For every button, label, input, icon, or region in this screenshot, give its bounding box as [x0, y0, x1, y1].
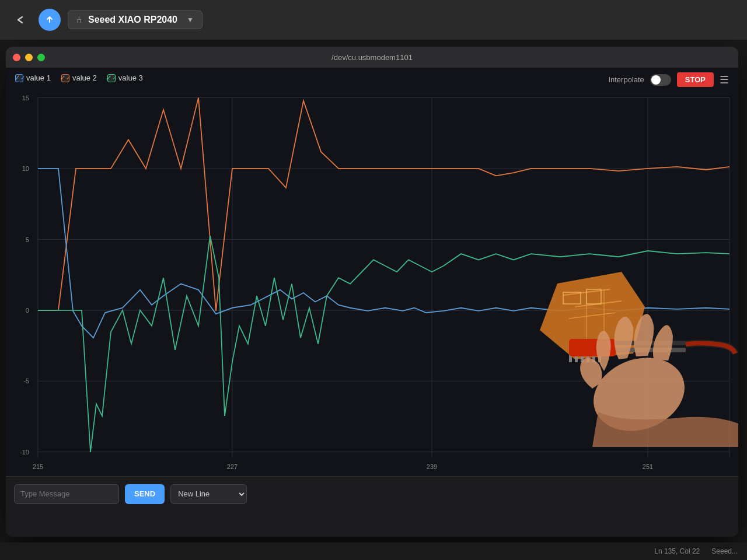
legend-value1[interactable]: ✓ value 1 [15, 74, 51, 82]
svg-rect-1 [6, 68, 738, 476]
svg-text:-10: -10 [20, 449, 29, 456]
minimize-button[interactable] [25, 54, 33, 61]
svg-text:15: 15 [22, 94, 29, 101]
usb-icon: ⑃ [76, 15, 82, 25]
close-button[interactable] [13, 54, 20, 61]
svg-text:5: 5 [26, 236, 29, 243]
window-title: /dev/cu.usbmodem1101 [331, 53, 413, 62]
input-area: SEND New Line No Line Ending Carriage Re… [6, 476, 738, 511]
svg-text:239: 239 [427, 463, 437, 470]
value1-checkbox[interactable]: ✓ [15, 74, 23, 82]
svg-text:215: 215 [33, 463, 43, 470]
window-titlebar: /dev/cu.usbmodem1101 [6, 47, 738, 68]
value3-checkbox[interactable]: ✓ [107, 74, 116, 82]
value2-checkbox[interactable]: ✓ [61, 74, 69, 82]
svg-text:0: 0 [26, 307, 29, 314]
serial-monitor-window: /dev/cu.usbmodem1101 ✓ value 1 ✓ value 2… [6, 47, 738, 537]
stop-button[interactable]: STOP [677, 72, 714, 87]
board-name: Seeed XIAO RP2040 [88, 15, 177, 25]
svg-text:-5: -5 [23, 377, 29, 384]
value2-label: value 2 [72, 74, 97, 82]
interpolate-toggle[interactable] [650, 74, 671, 86]
svg-text:251: 251 [643, 463, 653, 470]
chevron-down-icon: ▼ [187, 16, 194, 24]
chart-svg: 15 10 5 0 -5 -10 215 227 239 251 [6, 68, 738, 476]
send-button[interactable]: SEND [125, 484, 165, 504]
svg-text:10: 10 [22, 165, 29, 172]
legend-value2[interactable]: ✓ value 2 [61, 74, 97, 82]
chart-legend: ✓ value 1 ✓ value 2 ✓ value 3 [15, 74, 143, 82]
position-status: Ln 135, Col 22 [654, 547, 700, 555]
chart-controls: Interpolate STOP ☰ [608, 72, 729, 87]
board-selector[interactable]: ⑃ Seeed XIAO RP2040 ▼ [68, 10, 203, 29]
back-button[interactable] [9, 9, 32, 31]
message-input[interactable] [14, 484, 119, 504]
legend-value3[interactable]: ✓ value 3 [107, 74, 143, 82]
chart-area: ✓ value 1 ✓ value 2 ✓ value 3 Interpolat… [6, 68, 738, 476]
board-status: Seeed... [711, 547, 738, 555]
value3-label: value 3 [118, 74, 143, 82]
upload-button[interactable] [39, 9, 61, 31]
status-bar: Ln 135, Col 22 Seeed... [0, 542, 747, 560]
maximize-button[interactable] [37, 54, 45, 61]
interpolate-label: Interpolate [608, 75, 644, 84]
window-controls [13, 54, 45, 61]
svg-text:227: 227 [227, 463, 238, 470]
menu-icon[interactable]: ☰ [720, 74, 729, 86]
value1-label: value 1 [26, 74, 51, 82]
newline-select[interactable]: New Line No Line Ending Carriage Return [170, 484, 247, 504]
toolbar: ⑃ Seeed XIAO RP2040 ▼ [0, 0, 747, 40]
